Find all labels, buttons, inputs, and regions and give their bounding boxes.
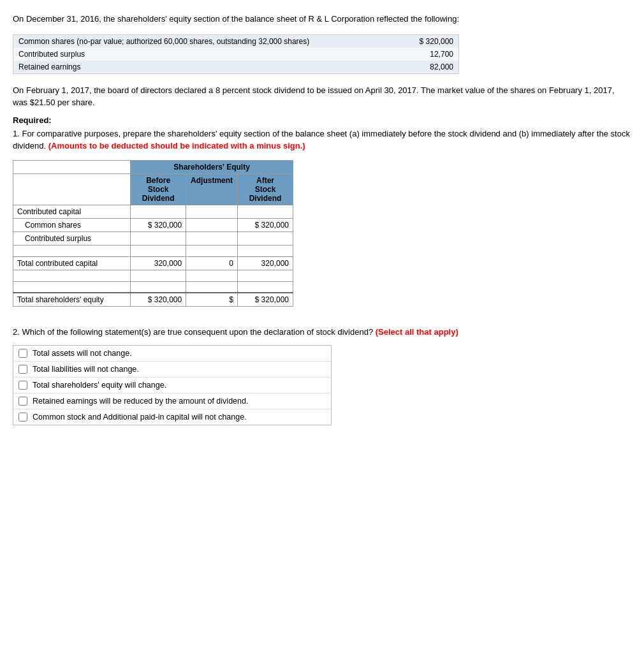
equity-after-value [237,205,293,218]
q1-text: 1. For comparative purposes, prepare the… [13,128,631,152]
equity-table-row: Total contributed capital320,0000320,000 [13,256,293,270]
equity-adj-value [186,205,238,218]
equity-adj-value[interactable]: 0 [186,256,238,270]
equity-after-value[interactable] [237,231,293,245]
q2-section: 2. Which of the following statement(s) a… [13,326,631,425]
col-after-header: AfterStockDividend [237,173,293,205]
balance-label: Retained earnings [13,61,393,74]
equity-table: Shareholders' Equity BeforeStockDividend… [13,160,293,307]
checkbox-item: Common stock and Additional paid-in capi… [13,409,331,425]
equity-row-label: Total shareholders' equity [13,293,131,307]
equity-table-row: Contributed capital [13,205,293,218]
equity-row-label: Total contributed capital [13,256,131,270]
equity-table-row [13,281,293,293]
equity-adj-value[interactable] [186,231,238,245]
q2-text: 2. Which of the following statement(s) a… [13,326,631,339]
equity-after-value[interactable]: $ 320,000 [237,218,293,231]
equity-table-row [13,270,293,281]
checkbox-input[interactable] [18,365,27,374]
equity-table-row: Contributed surplus [13,231,293,245]
equity-adj-value[interactable]: $ [186,293,238,307]
q2-red-text: (Select all that apply) [376,327,458,337]
intro-paragraph: On December 31, 2016, the shareholders' … [13,13,631,26]
balance-amount: $ 320,000 [393,34,459,48]
checkbox-item: Total liabilities will not change. [13,362,331,378]
checkbox-item: Total assets will not change. [13,346,331,362]
equity-table-wrapper: Shareholders' Equity BeforeStockDividend… [13,160,631,307]
equity-adj-value[interactable] [186,218,238,231]
section2-text: On February 1, 2017, the board of direct… [13,84,631,109]
equity-before-value[interactable] [131,231,186,245]
balance-label: Contributed surplus [13,48,393,61]
equity-table-row [13,245,293,256]
col-before-header: BeforeStockDividend [131,173,186,205]
checkbox-input[interactable] [18,397,27,406]
equity-row-label: Contributed capital [13,205,131,218]
balance-amount: 82,000 [393,61,459,74]
checkbox-input[interactable] [18,349,27,358]
equity-after-value[interactable]: 320,000 [237,256,293,270]
equity-before-value [131,205,186,218]
checkbox-input[interactable] [18,381,27,390]
equity-before-value[interactable]: $ 320,000 [131,293,186,307]
checkbox-label: Total assets will not change. [33,349,132,358]
equity-before-value[interactable]: $ 320,000 [131,218,186,231]
equity-table-row: Common shares$ 320,000$ 320,000 [13,218,293,231]
required-label: Required: [13,115,631,125]
checkbox-label: Total shareholders' equity will change. [33,381,166,390]
balance-table: Common shares (no-par value; authorized … [13,34,459,74]
equity-after-value[interactable]: $ 320,000 [237,293,293,307]
q1-red: (Amounts to be deducted should be indica… [48,141,305,150]
checkbox-input[interactable] [18,413,27,422]
equity-row-label: Common shares [13,218,131,231]
checkbox-label: Common stock and Additional paid-in capi… [33,413,247,422]
balance-amount: 12,700 [393,48,459,61]
checkbox-label: Retained earnings will be reduced by the… [33,397,248,406]
checkbox-item: Retained earnings will be reduced by the… [13,393,331,409]
equity-table-title: Shareholders' Equity [131,160,293,173]
checkbox-label: Total liabilities will not change. [33,365,139,374]
equity-row-label: Contributed surplus [13,231,131,245]
col-adj-header: Adjustment [186,173,238,205]
q2-main-text: 2. Which of the following statement(s) a… [13,327,373,337]
checkbox-container: Total assets will not change.Total liabi… [13,345,332,425]
equity-table-row: Total shareholders' equity$ 320,000$$ 32… [13,293,293,307]
balance-label: Common shares (no-par value; authorized … [13,34,393,48]
equity-before-value[interactable]: 320,000 [131,256,186,270]
checkbox-item: Total shareholders' equity will change. [13,378,331,393]
